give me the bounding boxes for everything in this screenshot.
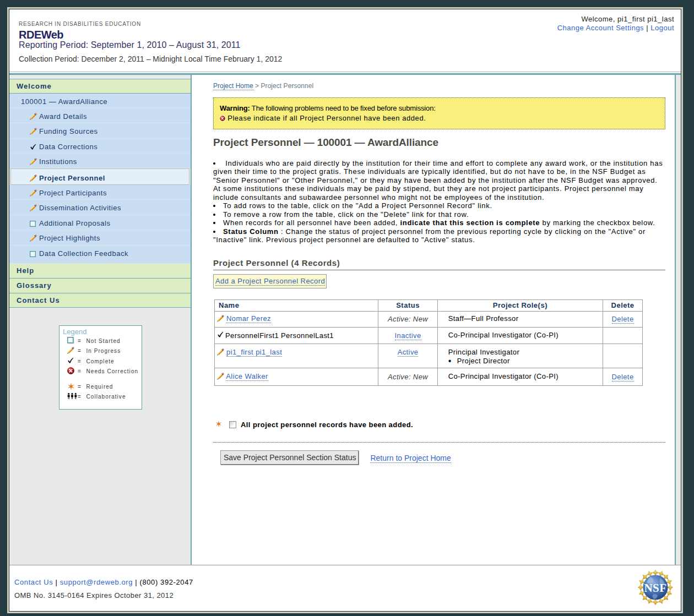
svg-text:NSF: NSF xyxy=(644,581,666,595)
